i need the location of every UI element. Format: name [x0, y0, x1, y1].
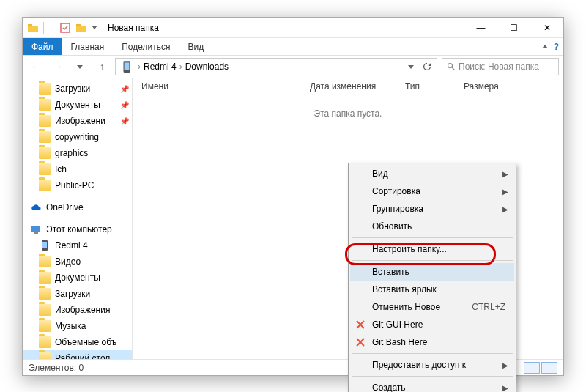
sidebar-item[interactable]: copywriting: [23, 129, 132, 145]
sidebar-item[interactable]: Объемные объ: [23, 334, 132, 350]
svg-rect-6: [125, 62, 130, 70]
folder-icon: [39, 288, 51, 300]
search-input[interactable]: Поиск: Новая папка: [442, 58, 559, 75]
phone-icon: [120, 60, 133, 73]
sidebar-item[interactable]: Ich: [23, 161, 132, 177]
refresh-icon[interactable]: [419, 62, 435, 72]
status-item-count: Элементов: 0: [29, 363, 84, 373]
context-menu: Вид▶ Сортировка▶ Группировка▶ Обновить Н…: [348, 163, 516, 392]
sidebar-item-desktop[interactable]: Рабочий стол: [23, 350, 132, 359]
properties-icon[interactable]: [59, 22, 71, 34]
ctx-item-undo[interactable]: Отменить НовоеCTRL+Z: [350, 298, 514, 316]
chevron-right-icon: ▶: [502, 361, 508, 369]
svg-point-7: [448, 64, 453, 68]
ribbon: Файл Главная Поделиться Вид ?: [23, 38, 563, 56]
maximize-button[interactable]: ☐: [497, 18, 530, 38]
chevron-right-icon[interactable]: ›: [136, 62, 142, 72]
view-large-button[interactable]: [541, 362, 557, 374]
sidebar-item[interactable]: Загрузки: [23, 286, 132, 302]
svg-rect-3: [76, 26, 86, 32]
folder-icon: [39, 115, 51, 127]
address-bar-row: ← → ↑ › Redmi 4 › Downloads Поиск: Новая…: [23, 56, 563, 78]
sidebar-item[interactable]: Документы📌: [23, 97, 132, 113]
ctx-item-share[interactable]: Предоставить доступ к▶: [350, 356, 514, 374]
forward-button[interactable]: →: [49, 58, 67, 75]
back-button[interactable]: ←: [27, 58, 45, 75]
sidebar-item-thispc[interactable]: Этот компьютер: [23, 221, 132, 237]
ctx-item-paste-shortcut[interactable]: Вставить ярлык: [350, 281, 514, 298]
ribbon-tab-share[interactable]: Поделиться: [113, 38, 179, 55]
ctx-item-paste[interactable]: Вставить: [350, 263, 514, 281]
folder-icon: [39, 180, 51, 191]
empty-folder-message: Эта папка пуста.: [133, 95, 563, 119]
up-button[interactable]: ↑: [93, 58, 111, 75]
folder-icon: [39, 336, 51, 348]
separator: [352, 376, 513, 377]
onedrive-icon: [30, 201, 42, 213]
address-bar[interactable]: › Redmi 4 › Downloads: [115, 58, 437, 75]
ribbon-expand-icon[interactable]: [542, 45, 548, 48]
breadcrumb[interactable]: Downloads: [184, 62, 230, 72]
window-title: Новая папка: [102, 23, 464, 33]
sidebar-item[interactable]: Изображения: [23, 302, 132, 318]
folder-icon: [39, 83, 51, 95]
git-icon: [355, 336, 366, 348]
quick-access-toolbar: [23, 22, 102, 34]
chevron-right-icon: ▶: [502, 205, 508, 213]
ribbon-tab-file[interactable]: Файл: [23, 38, 62, 55]
folder-icon: [39, 163, 51, 175]
column-date[interactable]: Дата изменения: [301, 81, 396, 92]
folder-icon: [39, 99, 51, 111]
ctx-item-customize[interactable]: Настроить папку...: [350, 240, 514, 258]
ribbon-tab-view[interactable]: Вид: [179, 38, 212, 55]
ctx-item-git-gui[interactable]: Git GUI Here: [350, 316, 514, 333]
shortcut-label: CTRL+Z: [472, 302, 505, 312]
column-headers: Имени Дата изменения Тип Размера: [133, 78, 563, 95]
sidebar-item[interactable]: Видео: [23, 254, 132, 270]
sidebar-item[interactable]: graphics: [23, 145, 132, 161]
column-size[interactable]: Размера: [455, 81, 513, 92]
pc-icon: [30, 223, 42, 235]
sidebar-item[interactable]: Redmi 4: [23, 237, 132, 254]
ctx-item-sort[interactable]: Сортировка▶: [350, 182, 514, 200]
svg-line-8: [452, 67, 455, 70]
sidebar-item-onedrive[interactable]: OneDrive: [23, 199, 132, 215]
svg-rect-10: [34, 232, 38, 234]
pin-icon: 📌: [120, 85, 129, 93]
sidebar-item[interactable]: Документы: [23, 270, 132, 286]
recent-dropdown[interactable]: [71, 58, 89, 75]
chevron-right-icon: ▶: [502, 170, 508, 178]
help-icon[interactable]: ?: [554, 42, 559, 52]
sidebar-item[interactable]: Public-PC: [23, 177, 132, 193]
new-folder-icon[interactable]: [75, 22, 87, 34]
ctx-item-create[interactable]: Создать▶: [350, 379, 514, 392]
chevron-right-icon: ▶: [502, 188, 508, 196]
qat-dropdown-icon[interactable]: [92, 26, 97, 29]
git-icon: [355, 319, 366, 330]
sidebar-item[interactable]: Музыка: [23, 318, 132, 334]
titlebar: Новая папка — ☐ ✕: [23, 18, 563, 38]
column-name[interactable]: Имени: [133, 81, 301, 92]
address-dropdown-icon[interactable]: [403, 62, 419, 72]
chevron-right-icon[interactable]: ›: [178, 62, 184, 72]
folder-icon: [39, 256, 51, 267]
chevron-right-icon: ▶: [502, 384, 508, 392]
folder-icon: [39, 131, 51, 143]
ctx-item-view[interactable]: Вид▶: [350, 165, 514, 182]
sidebar-item[interactable]: Изображени📌: [23, 113, 132, 129]
column-type[interactable]: Тип: [396, 81, 455, 92]
ctx-item-group[interactable]: Группировка▶: [350, 200, 514, 218]
navigation-pane[interactable]: Загрузки📌 Документы📌 Изображени📌 copywri…: [23, 78, 133, 359]
ctx-item-git-bash[interactable]: Git Bash Here: [350, 333, 514, 351]
minimize-button[interactable]: —: [464, 18, 497, 38]
separator: [352, 260, 513, 261]
ribbon-tab-home[interactable]: Главная: [62, 38, 114, 55]
svg-rect-12: [42, 242, 47, 248]
view-details-button[interactable]: [524, 362, 540, 374]
close-button[interactable]: ✕: [530, 18, 563, 38]
ctx-item-refresh[interactable]: Обновить: [350, 218, 514, 235]
folder-icon: [39, 304, 51, 316]
sidebar-item[interactable]: Загрузки📌: [23, 81, 132, 97]
folder-icon: [39, 272, 51, 284]
breadcrumb[interactable]: Redmi 4: [142, 62, 178, 72]
